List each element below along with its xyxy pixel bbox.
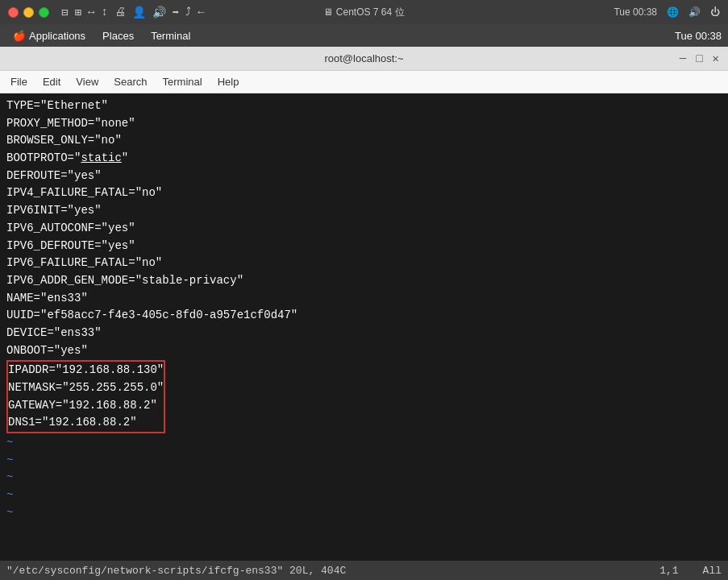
network-icon: 🌐	[667, 6, 679, 18]
search-menu[interactable]: Search	[107, 74, 153, 89]
term-line-14: DEVICE="ens33"	[6, 325, 722, 342]
menubar-time: Tue 00:38	[675, 30, 722, 42]
topbar-icons: ⊟ ⊞ ↔ ↕ 🖨 👤 🔊 ➡ ⤴ ←	[61, 6, 205, 19]
maximize-button[interactable]	[39, 7, 49, 18]
close-icon[interactable]: ✕	[710, 52, 722, 65]
terminal-menu-top[interactable]: Terminal	[144, 28, 197, 44]
power-icon: ⏻	[710, 6, 720, 18]
share-icon[interactable]: ⤴	[185, 6, 191, 19]
volume-icon2: 🔊	[688, 6, 701, 18]
terminal-title: root@localhost:~	[324, 52, 403, 64]
file-menu[interactable]: File	[4, 74, 34, 89]
vm-icon: 🖥	[323, 6, 333, 18]
edit-menu[interactable]: Edit	[36, 74, 67, 89]
term-line-4: BOOTPROTO="static"	[6, 150, 722, 168]
applications-menu[interactable]: 🍎 Applications	[6, 28, 92, 44]
sidebar-icon[interactable]: ⊟	[61, 6, 68, 19]
traffic-lights	[8, 7, 49, 18]
term-line-1: TYPE="Ethernet"	[6, 97, 722, 115]
tilde-1: ~	[6, 434, 722, 452]
term-line-7: IPV6INIT="yes"	[6, 202, 722, 220]
tilde-4: ~	[6, 487, 722, 504]
minimize-button[interactable]	[23, 7, 34, 18]
restore-icon[interactable]: □	[693, 52, 705, 65]
term-line-2: PROXY_METHOD="none"	[6, 115, 722, 133]
time-display: Tue 00:38	[614, 6, 657, 18]
window-icon[interactable]: ⊞	[74, 6, 81, 19]
app-icon: 🍎	[13, 30, 26, 42]
places-menu[interactable]: Places	[96, 28, 140, 44]
minimize-icon[interactable]: ─	[677, 52, 688, 65]
term-line-8: IPV6_AUTOCONF="yes"	[6, 220, 722, 238]
tilde-5: ~	[6, 504, 722, 522]
highlighted-section: IPADDR="192.168.88.130" NETMASK="255.255…	[6, 360, 165, 433]
tilde-3: ~	[6, 469, 722, 487]
status-position: 1,1	[659, 565, 678, 577]
tilde-2: ~	[6, 452, 722, 470]
term-line-12: NAME="ens33"	[6, 290, 722, 308]
arrow-icon[interactable]: ➡	[173, 6, 179, 19]
status-view: All	[703, 565, 722, 577]
terminal-menubar: File Edit View Search Terminal Help	[0, 71, 728, 93]
menubar-right: Tue 00:38	[675, 30, 722, 42]
help-menu[interactable]: Help	[211, 74, 246, 89]
bootproto-value: static	[81, 151, 121, 164]
terminal-statusbar: "/etc/sysconfig/network-scripts/ifcfg-en…	[0, 561, 728, 580]
gateway-line: GATEWAY="192.168.88.2"	[8, 397, 164, 415]
terminal-titlebar: root@localhost:~ ─ □ ✕	[0, 47, 728, 71]
status-file-info: "/etc/sysconfig/network-scripts/ifcfg-en…	[6, 565, 659, 577]
term-line-6: IPV4_FAILURE_FATAL="no"	[6, 184, 722, 202]
macos-topbar: ⊟ ⊞ ↔ ↕ 🖨 👤 🔊 ➡ ⤴ ← 🖥 CentOS 7 64 位 Tue …	[0, 0, 728, 24]
forward-back-icon[interactable]: ↕	[101, 6, 107, 19]
vm-title: 🖥 CentOS 7 64 位	[323, 6, 404, 19]
volume-icon[interactable]: 🔊	[152, 6, 166, 19]
term-line-3: BROWSER_ONLY="no"	[6, 132, 722, 150]
back-icon[interactable]: ←	[198, 6, 204, 19]
print-icon[interactable]: 🖨	[114, 6, 126, 19]
nav-back-icon[interactable]: ↔	[88, 6, 94, 19]
window-controls: ─ □ ✕	[677, 52, 722, 65]
netmask-line: NETMASK="255.255.255.0"	[8, 379, 164, 397]
term-line-15: ONBOOT="yes"	[6, 342, 722, 360]
term-line-9: IPV6_DEFROUTE="yes"	[6, 238, 722, 255]
term-line-10: IPV6_FAILURE_FATAL="no"	[6, 255, 722, 272]
view-menu[interactable]: View	[69, 74, 105, 89]
dns1-line: DNS1="192.168.88.2"	[8, 414, 164, 432]
person-icon[interactable]: 👤	[132, 6, 146, 19]
term-line-13: UUID="ef58acc7-f4e3-405c-8fd0-a957e1cf0d…	[6, 307, 722, 325]
term-line-11: IPV6_ADDR_GEN_MODE="stable-privacy"	[6, 272, 722, 290]
close-button[interactable]	[8, 7, 19, 18]
terminal-menu-item[interactable]: Terminal	[156, 74, 209, 89]
ipaddr-line: IPADDR="192.168.88.130"	[8, 362, 164, 379]
terminal-content[interactable]: TYPE="Ethernet" PROXY_METHOD="none" BROW…	[0, 93, 728, 561]
status-right: 1,1 All	[659, 565, 722, 577]
system-menubar: 🍎 Applications Places Terminal Tue 00:38	[0, 24, 728, 47]
term-line-5: DEFROUTE="yes"	[6, 168, 722, 185]
terminal-window: root@localhost:~ ─ □ ✕ File Edit View Se…	[0, 47, 728, 580]
topbar-right: Tue 00:38 🌐 🔊 ⏻	[614, 6, 720, 18]
